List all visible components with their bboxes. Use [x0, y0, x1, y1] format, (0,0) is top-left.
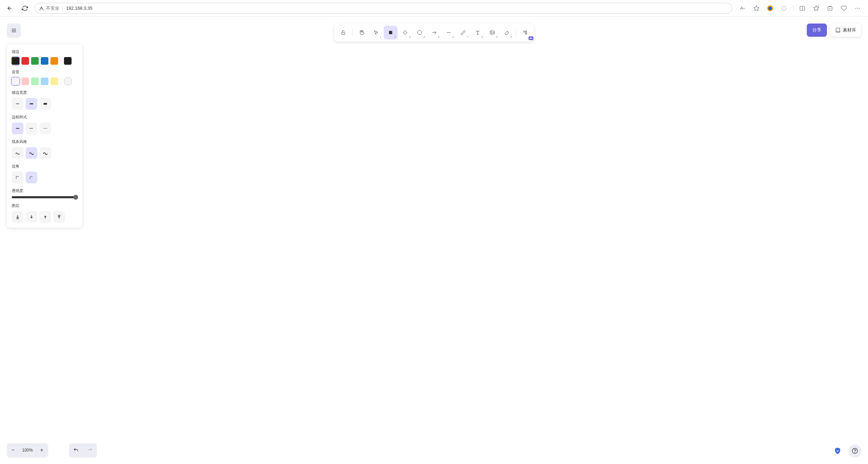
edges-sharp[interactable] — [12, 172, 24, 183]
shape-rect-1[interactable] — [273, 119, 320, 143]
dotted-line-icon — [43, 126, 48, 131]
layers-row — [12, 211, 77, 223]
tool-index: 5 — [438, 35, 439, 39]
warning-icon — [39, 6, 44, 11]
font-size-indicator[interactable]: A» — [736, 3, 749, 14]
send-to-back-button[interactable] — [12, 211, 24, 223]
browser-refresh-button[interactable] — [19, 3, 30, 14]
circle-icon — [417, 30, 422, 35]
toolbar-separator — [516, 28, 516, 37]
stroke-width-row — [12, 98, 77, 110]
browser-back-button[interactable] — [4, 3, 15, 14]
opacity-label: 透明度 — [12, 188, 77, 193]
favorite-button[interactable] — [750, 3, 763, 14]
image-tool[interactable]: 9 — [485, 26, 499, 39]
hamburger-icon — [11, 28, 17, 33]
collections-button[interactable] — [824, 3, 836, 14]
opacity-slider[interactable] — [12, 196, 77, 198]
bring-to-front-button[interactable] — [53, 211, 65, 223]
favorites-bar-button[interactable] — [810, 3, 822, 14]
edges-label: 边角 — [12, 164, 77, 169]
stroke-color-custom[interactable] — [64, 57, 72, 65]
bg-color-blue[interactable] — [41, 78, 48, 85]
bg-color-pink[interactable] — [21, 78, 29, 85]
fox-icon — [767, 5, 774, 12]
svg-point-25 — [491, 32, 492, 33]
share-button[interactable]: 分享 — [807, 24, 827, 37]
browser-right-controls: A» — [736, 3, 864, 14]
sloppiness-artist[interactable] — [26, 147, 37, 159]
stroke-width-medium[interactable] — [26, 98, 37, 110]
sloppiness-architect[interactable] — [12, 147, 24, 159]
firefox-icon[interactable] — [764, 3, 776, 14]
copilot-button[interactable] — [778, 3, 790, 14]
library-button[interactable]: 素材库 — [830, 24, 861, 37]
to-back-icon — [15, 214, 20, 220]
shield-button[interactable] — [831, 445, 844, 457]
stroke-width-thin[interactable] — [12, 98, 24, 110]
swatch-separator — [61, 78, 61, 85]
eraser-tool[interactable]: 0 — [500, 26, 514, 39]
help-button[interactable] — [849, 445, 861, 457]
more-tools[interactable]: AI — [518, 26, 532, 39]
zoom-out-button[interactable]: − — [7, 443, 19, 457]
zoom-in-button[interactable]: + — [36, 443, 48, 457]
stroke-style-solid[interactable] — [12, 122, 24, 134]
stroke-color-black[interactable] — [12, 57, 19, 65]
thick-line-icon — [43, 101, 48, 107]
separator — [793, 5, 793, 12]
opacity-thumb[interactable] — [73, 195, 78, 200]
shape-rect-2[interactable] — [281, 235, 339, 275]
stroke-style-section: 边框样式 — [12, 115, 77, 134]
split-view-button[interactable] — [796, 3, 809, 14]
stroke-color-blue[interactable] — [41, 57, 48, 65]
sloppiness-cartoonist[interactable] — [39, 147, 51, 159]
backward-icon — [29, 214, 34, 220]
stroke-style-dotted[interactable] — [39, 122, 51, 134]
ellipse-tool[interactable]: 4 — [413, 26, 427, 39]
send-backward-button[interactable] — [26, 211, 37, 223]
undo-button[interactable] — [69, 443, 83, 457]
shape-line[interactable] — [473, 127, 556, 129]
text-tool[interactable]: 8 — [471, 26, 485, 39]
shape-arrow-2[interactable] — [344, 155, 421, 252]
stroke-color-orange[interactable] — [50, 57, 58, 65]
zoom-value[interactable]: 100% — [19, 448, 36, 453]
selection-tool[interactable]: 1 — [369, 26, 383, 39]
stroke-color-green[interactable] — [31, 57, 39, 65]
svg-rect-28 — [525, 33, 526, 34]
bg-color-yellow[interactable] — [50, 78, 58, 85]
redo-button[interactable] — [83, 443, 97, 457]
rectangle-tool[interactable]: 2 — [384, 26, 398, 39]
shape-arrow-1[interactable] — [320, 148, 366, 221]
bring-forward-button[interactable] — [39, 211, 51, 223]
address-bar[interactable]: 不安全 | 192.168.3.35 — [35, 3, 732, 14]
draw-tool[interactable]: 7 — [456, 26, 470, 39]
question-icon — [852, 448, 858, 454]
sparkle-icon — [781, 5, 787, 11]
line-tool[interactable]: 6 — [442, 26, 456, 39]
bg-color-transparent[interactable] — [12, 78, 19, 85]
wave-1-icon — [15, 150, 20, 156]
lock-tool[interactable] — [336, 26, 350, 39]
edges-round[interactable] — [26, 172, 37, 183]
bg-color-green[interactable] — [31, 78, 39, 85]
sharp-corner-icon — [15, 175, 20, 180]
arrow-tool[interactable]: 5 — [427, 26, 441, 39]
performance-button[interactable] — [838, 3, 850, 14]
diamond-tool[interactable]: 3 — [398, 26, 412, 39]
shape-diamond[interactable] — [337, 117, 399, 141]
shape-ellipse-2[interactable] — [559, 100, 629, 156]
canvas[interactable] — [0, 17, 868, 464]
more-button[interactable] — [851, 3, 864, 14]
stroke-width-thick[interactable] — [39, 98, 51, 110]
hand-tool[interactable]: . — [355, 26, 368, 39]
eraser-icon — [504, 30, 510, 35]
main-menu-button[interactable] — [7, 24, 21, 37]
stroke-color-red[interactable] — [21, 57, 29, 65]
svg-rect-19 — [342, 32, 345, 35]
bg-color-custom[interactable] — [64, 78, 72, 85]
shape-ellipse-1[interactable] — [418, 104, 473, 151]
sloppiness-section: 线条风格 — [12, 139, 77, 159]
stroke-style-dashed[interactable] — [26, 122, 37, 134]
